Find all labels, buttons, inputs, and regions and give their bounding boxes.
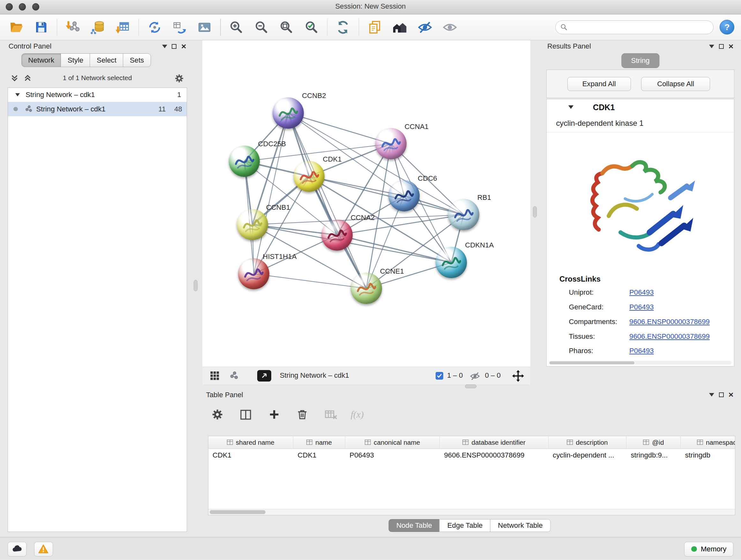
tree-expander-icon[interactable] xyxy=(15,93,20,97)
birds-eye-view-button[interactable] xyxy=(257,370,271,381)
open-session-button[interactable] xyxy=(7,17,25,37)
show-columns-button[interactable] xyxy=(237,406,254,423)
network-share-icon[interactable] xyxy=(229,371,239,381)
network-node-hist1h1a[interactable] xyxy=(238,258,269,290)
column-header-canonical-name[interactable]: canonical name xyxy=(345,436,440,449)
table-hscrollbar-track[interactable] xyxy=(208,509,735,515)
delete-table-button[interactable] xyxy=(322,406,339,423)
network-edge-ccnb2-hist1h1a[interactable] xyxy=(254,113,288,274)
zoom-fit-button[interactable] xyxy=(277,17,296,37)
tab-sets[interactable]: Sets xyxy=(123,53,151,67)
search-field[interactable] xyxy=(555,20,714,34)
crosslink-link-tissues[interactable]: 9606.ENSP00000378699 xyxy=(629,332,710,341)
network-from-selection-button[interactable] xyxy=(145,17,164,37)
collapse-all-button[interactable]: Collapse All xyxy=(641,77,710,91)
help-button[interactable]: ? xyxy=(720,20,734,35)
tab-string[interactable]: String xyxy=(621,53,659,68)
home-panels-button[interactable] xyxy=(390,17,409,37)
show-details-button[interactable] xyxy=(441,17,459,37)
network-collection-row[interactable]: String Network – cdk1 1 xyxy=(8,88,187,102)
cell-canonical-name[interactable]: P06493 xyxy=(345,451,440,459)
memory-button[interactable]: Memory xyxy=(684,542,733,557)
column-header-shared-name[interactable]: shared name xyxy=(208,436,293,449)
crosslink-link-uniprot[interactable]: P06493 xyxy=(629,288,654,297)
network-node-ccnb2[interactable] xyxy=(273,98,304,129)
import-network-database-button[interactable] xyxy=(88,17,107,37)
panel-menu-icon[interactable] xyxy=(709,393,714,396)
cloud-status-button[interactable] xyxy=(8,542,26,557)
import-network-file-button[interactable] xyxy=(63,17,82,37)
column-header-database-identifier[interactable]: database identifier xyxy=(440,436,549,449)
float-panel-icon[interactable] xyxy=(719,44,724,49)
network-node-ccna1[interactable] xyxy=(375,128,407,159)
expand-all-button[interactable]: Expand All xyxy=(567,77,630,91)
search-input[interactable] xyxy=(570,23,709,32)
float-panel-icon[interactable] xyxy=(172,44,177,49)
tab-node-table[interactable]: Node Table xyxy=(388,519,440,532)
network-row[interactable]: String Network – cdk1 11 48 xyxy=(8,102,187,116)
function-builder-button[interactable]: f(x) xyxy=(351,409,364,420)
splitter-handle-bottom[interactable] xyxy=(465,384,476,388)
cell-description[interactable]: cyclin-dependent ... xyxy=(549,451,626,459)
save-session-button[interactable] xyxy=(31,17,51,37)
network-node-ccna2[interactable] xyxy=(321,219,353,251)
crosslink-link-genecard[interactable]: P06493 xyxy=(629,303,654,311)
panel-menu-icon[interactable] xyxy=(709,45,714,48)
hide-panel-button[interactable] xyxy=(415,17,434,37)
network-edge-ccna2-cdkn1a[interactable] xyxy=(337,235,451,262)
tab-edge-table[interactable]: Edge Table xyxy=(440,519,490,532)
network-edge-hist1h1a-ccne1[interactable] xyxy=(254,273,366,288)
delete-column-button[interactable] xyxy=(294,406,311,423)
tab-network-table[interactable]: Network Table xyxy=(490,519,551,532)
panel-menu-icon[interactable] xyxy=(162,45,167,48)
grid-view-icon[interactable] xyxy=(210,371,219,381)
copy-annotations-button[interactable] xyxy=(365,17,384,37)
table-row[interactable]: CDK1 CDK1 P06493 9606.ENSP00000378699 cy… xyxy=(208,449,735,462)
network-edge-cdk1-rb1[interactable] xyxy=(309,176,463,214)
add-column-button[interactable] xyxy=(266,406,282,423)
network-node-cdc6[interactable] xyxy=(388,180,420,211)
network-canvas[interactable]: CCNB2CCNA1CDC25BCDK1CDC6RB1CCNB1CCNA2CDK… xyxy=(202,40,530,367)
apply-layout-button[interactable] xyxy=(333,17,352,37)
tab-network[interactable]: Network xyxy=(21,53,61,67)
network-node-cdkn1a[interactable] xyxy=(435,247,467,278)
table-settings-button[interactable] xyxy=(209,406,226,423)
column-header-id[interactable]: @id xyxy=(626,436,681,449)
export-image-button[interactable] xyxy=(195,17,214,37)
column-header-description[interactable]: description xyxy=(549,436,626,449)
network-node-ccnb1[interactable] xyxy=(237,209,268,240)
selected-checkbox-icon[interactable] xyxy=(435,372,443,380)
close-panel-icon[interactable]: × xyxy=(181,43,186,50)
crosslink-link-compartments[interactable]: 9606.ENSP00000378699 xyxy=(629,318,710,326)
zoom-in-button[interactable] xyxy=(227,17,246,37)
warnings-button[interactable] xyxy=(34,542,53,557)
pan-move-icon[interactable] xyxy=(512,370,524,382)
results-scrollbar-track[interactable] xyxy=(549,361,732,365)
clone-network-button[interactable] xyxy=(170,17,189,37)
network-edge-ccnb2-ccne1[interactable] xyxy=(288,113,366,288)
network-node-cdk1[interactable] xyxy=(293,161,325,192)
import-table-file-button[interactable] xyxy=(113,17,132,37)
tab-select[interactable]: Select xyxy=(90,53,123,67)
close-panel-icon[interactable]: × xyxy=(729,43,734,50)
column-header-name[interactable]: name xyxy=(293,436,345,449)
network-node-ccne1[interactable] xyxy=(351,273,382,304)
zoom-out-button[interactable] xyxy=(252,17,271,37)
results-scrollbar-thumb[interactable] xyxy=(549,361,635,364)
network-node-rb1[interactable] xyxy=(448,199,479,230)
close-panel-icon[interactable]: × xyxy=(729,391,734,398)
crosslink-link-pharos[interactable]: P06493 xyxy=(629,347,654,355)
cell-name[interactable]: CDK1 xyxy=(293,451,345,459)
cell-database-identifier[interactable]: 9606.ENSP00000378699 xyxy=(440,451,549,459)
tab-style[interactable]: Style xyxy=(61,53,90,67)
collapse-gene-icon[interactable] xyxy=(568,105,574,109)
zoom-selected-button[interactable] xyxy=(302,17,321,37)
splitter-handle-left[interactable] xyxy=(194,280,198,292)
float-panel-icon[interactable] xyxy=(719,392,724,397)
table-hscrollbar-thumb[interactable] xyxy=(210,510,266,514)
cell-shared-name[interactable]: CDK1 xyxy=(208,451,293,459)
cell-id[interactable]: stringdb:9... xyxy=(626,451,681,459)
gear-icon[interactable] xyxy=(174,73,184,83)
network-node-cdc25b[interactable] xyxy=(229,145,260,177)
column-header-namespace[interactable]: namespace xyxy=(681,436,735,449)
